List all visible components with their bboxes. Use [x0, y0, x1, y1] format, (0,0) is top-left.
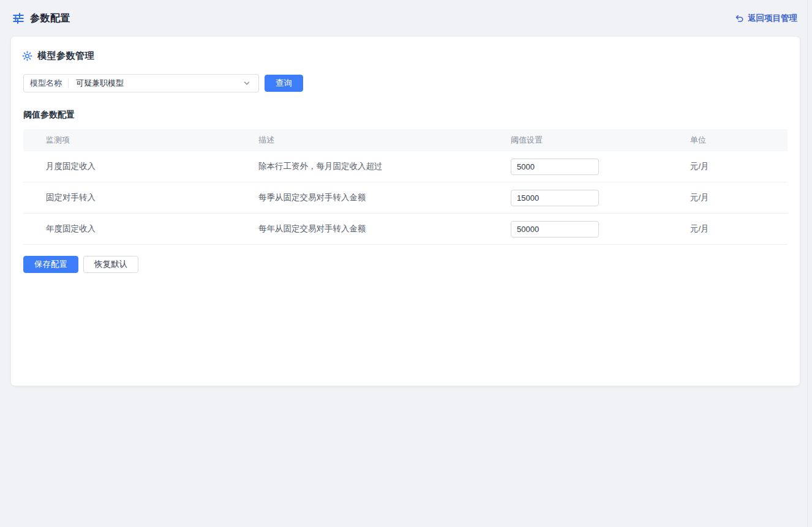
table-row: 固定对手转入 每季从固定交易对手转入金额 元/月 [23, 182, 788, 214]
threshold-input-annual[interactable] [511, 221, 599, 237]
cell-desc: 每年从固定交易对手转入金额 [258, 223, 511, 234]
table-row: 月度固定收入 除本行工资外，每月固定收入超过 元/月 [23, 151, 788, 182]
threshold-input-monthly[interactable] [511, 159, 599, 175]
top-bar: 参数配置 返回项目管理 [0, 0, 812, 37]
filter-row: 模型名称 可疑兼职模型 查询 [23, 74, 788, 92]
model-parameter-card: 模型参数管理 模型名称 可疑兼职模型 查询 阈值参数配置 监测项 描述 阈值设置… [11, 37, 800, 386]
scrollbar-track[interactable] [807, 0, 812, 527]
model-name-select[interactable]: 模型名称 可疑兼职模型 [23, 74, 259, 92]
cell-desc: 除本行工资外，每月固定收入超过 [258, 161, 511, 172]
table-header-row: 监测项 描述 阈值设置 单位 [23, 129, 788, 151]
cell-unit: 元/月 [690, 161, 788, 172]
cell-unit: 元/月 [690, 223, 788, 234]
threshold-section-title: 阈值参数配置 [23, 110, 788, 121]
model-select-value: 可疑兼职模型 [69, 78, 242, 89]
column-header-unit: 单位 [690, 135, 788, 146]
column-header-item: 监测项 [23, 135, 258, 146]
column-header-desc: 描述 [258, 135, 511, 146]
sliders-icon [12, 12, 24, 24]
page-title: 参数配置 [30, 12, 70, 25]
chevron-down-icon [242, 79, 252, 88]
save-config-button[interactable]: 保存配置 [23, 256, 78, 273]
cell-item: 月度固定收入 [23, 161, 258, 172]
panel-title: 模型参数管理 [37, 50, 94, 62]
restore-default-button[interactable]: 恢复默认 [83, 256, 138, 273]
cell-unit: 元/月 [690, 192, 788, 203]
cell-item: 年度固定收入 [23, 223, 258, 234]
cell-item: 固定对手转入 [23, 192, 258, 203]
back-to-project-link[interactable]: 返回项目管理 [735, 13, 797, 24]
cell-desc: 每季从固定交易对手转入金额 [258, 192, 511, 203]
threshold-table: 监测项 描述 阈值设置 单位 月度固定收入 除本行工资外，每月固定收入超过 元/… [23, 129, 788, 245]
query-button[interactable]: 查询 [265, 75, 303, 92]
page-title-group: 参数配置 [12, 12, 70, 25]
model-select-label: 模型名称 [30, 78, 68, 89]
undo-icon [735, 14, 744, 23]
gear-icon [22, 51, 32, 61]
actions-row: 保存配置 恢复默认 [23, 256, 788, 273]
threshold-input-counterparty[interactable] [511, 190, 599, 206]
panel-header: 模型参数管理 [22, 50, 788, 62]
back-link-label: 返回项目管理 [748, 13, 797, 24]
table-row: 年度固定收入 每年从固定交易对手转入金额 元/月 [23, 214, 788, 245]
column-header-threshold: 阈值设置 [511, 135, 690, 146]
